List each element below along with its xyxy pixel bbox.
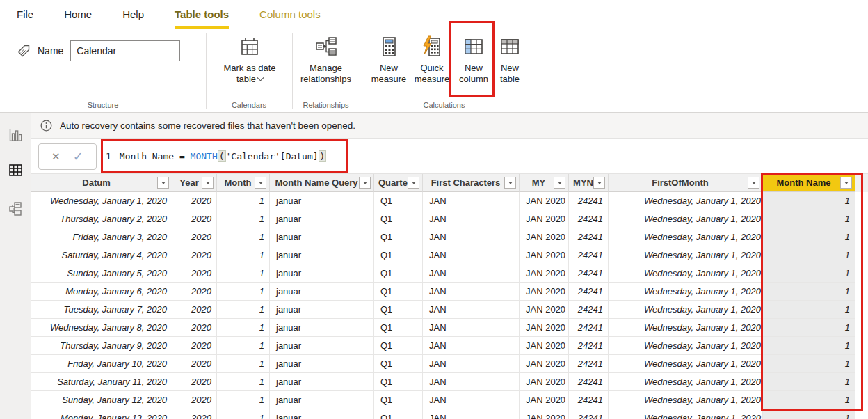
cell-year[interactable]: 2020	[172, 319, 217, 337]
table-name-input[interactable]	[70, 40, 180, 61]
cell-my[interactable]: JAN 2020	[520, 246, 569, 264]
cell-datum[interactable]: Friday, January 10, 2020	[31, 355, 172, 373]
filter-dropdown-icon[interactable]	[748, 177, 760, 189]
cell-quarter[interactable]: Q1	[374, 246, 423, 264]
cell-datum[interactable]: Thursday, January 2, 2020	[31, 210, 172, 228]
cell-my[interactable]: JAN 2020	[520, 210, 569, 228]
cell-quarter[interactable]: Q1	[374, 337, 423, 355]
cell-datum[interactable]: Sunday, January 12, 2020	[31, 391, 172, 409]
cell-firstofmonth[interactable]: Wednesday, January 1, 2020	[609, 391, 763, 409]
cell-firstofmonth[interactable]: Wednesday, January 1, 2020	[609, 192, 763, 210]
tab-file[interactable]: File	[17, 0, 33, 29]
cell-first-characters[interactable]: JAN	[423, 373, 520, 391]
cell-month-name-query[interactable]: januar	[270, 337, 374, 355]
cell-myn[interactable]: 24241	[569, 228, 609, 246]
cell-datum[interactable]: Thursday, January 9, 2020	[31, 337, 172, 355]
cell-month[interactable]: 1	[217, 264, 270, 283]
cell-month-name-query[interactable]: januar	[270, 264, 374, 283]
tab-column-tools[interactable]: Column tools	[259, 0, 321, 29]
tab-help[interactable]: Help	[122, 0, 144, 29]
cell-my[interactable]: JAN 2020	[520, 192, 569, 210]
cell-year[interactable]: 2020	[172, 246, 217, 264]
cell-my[interactable]: JAN 2020	[520, 264, 569, 283]
cell-month-name[interactable]: 1	[763, 210, 855, 228]
cell-myn[interactable]: 24241	[569, 192, 609, 210]
cell-year[interactable]: 2020	[172, 355, 217, 373]
cell-month-name-query[interactable]: januar	[270, 210, 374, 228]
column-header-month[interactable]: Month	[217, 174, 270, 192]
cell-year[interactable]: 2020	[172, 301, 217, 319]
column-header-datum[interactable]: Datum	[31, 174, 172, 192]
cell-month-name-query[interactable]: januar	[270, 283, 374, 301]
cell-firstofmonth[interactable]: Wednesday, January 1, 2020	[609, 409, 763, 419]
cell-month-name-query[interactable]: januar	[270, 373, 374, 391]
cell-firstofmonth[interactable]: Wednesday, January 1, 2020	[609, 246, 763, 264]
cell-month-name[interactable]: 1	[763, 391, 855, 409]
cell-month[interactable]: 1	[217, 319, 270, 337]
cell-first-characters[interactable]: JAN	[423, 264, 520, 283]
tab-table-tools[interactable]: Table tools	[175, 0, 229, 29]
cell-myn[interactable]: 24241	[569, 409, 609, 419]
cell-quarter[interactable]: Q1	[374, 210, 423, 228]
cell-month-name[interactable]: 1	[763, 246, 855, 264]
cell-quarter[interactable]: Q1	[374, 409, 423, 419]
cell-month[interactable]: 1	[217, 301, 270, 319]
report-view-button[interactable]	[0, 120, 31, 150]
cell-first-characters[interactable]: JAN	[423, 337, 520, 355]
cell-month[interactable]: 1	[217, 373, 270, 391]
cell-myn[interactable]: 24241	[569, 373, 609, 391]
cell-month-name-query[interactable]: januar	[270, 319, 374, 337]
cell-my[interactable]: JAN 2020	[520, 391, 569, 409]
cell-year[interactable]: 2020	[172, 283, 217, 301]
cell-month-name[interactable]: 1	[763, 301, 855, 319]
cell-firstofmonth[interactable]: Wednesday, January 1, 2020	[609, 264, 763, 283]
cell-quarter[interactable]: Q1	[374, 192, 423, 210]
tab-home[interactable]: Home	[64, 0, 92, 29]
cell-month-name-query[interactable]: januar	[270, 301, 374, 319]
cell-myn[interactable]: 24241	[569, 283, 609, 301]
cell-firstofmonth[interactable]: Wednesday, January 1, 2020	[609, 337, 763, 355]
column-header-my[interactable]: MY	[520, 174, 569, 192]
filter-dropdown-icon[interactable]	[255, 177, 266, 189]
cell-month[interactable]: 1	[217, 192, 270, 210]
cell-month[interactable]: 1	[217, 391, 270, 409]
filter-dropdown-icon[interactable]	[408, 177, 419, 189]
cell-myn[interactable]: 24241	[569, 210, 609, 228]
cell-datum[interactable]: Monday, January 13, 2020	[31, 409, 172, 419]
filter-dropdown-icon[interactable]	[359, 177, 371, 189]
cell-month-name-query[interactable]: januar	[270, 246, 374, 264]
cell-firstofmonth[interactable]: Wednesday, January 1, 2020	[609, 355, 763, 373]
cell-month-name[interactable]: 1	[763, 409, 855, 419]
filter-dropdown-icon[interactable]	[840, 177, 852, 189]
data-view-button[interactable]	[0, 155, 31, 185]
cell-month-name[interactable]: 1	[763, 264, 855, 283]
cell-month-name-query[interactable]: januar	[270, 355, 374, 373]
cell-first-characters[interactable]: JAN	[423, 283, 520, 301]
cell-myn[interactable]: 24241	[569, 337, 609, 355]
cell-year[interactable]: 2020	[172, 391, 217, 409]
quick-measure-button[interactable]: Quick measure	[410, 35, 453, 85]
cell-firstofmonth[interactable]: Wednesday, January 1, 2020	[609, 301, 763, 319]
mark-as-date-table-button[interactable]: Mark as date table	[218, 35, 282, 85]
cell-my[interactable]: JAN 2020	[520, 337, 569, 355]
new-table-button[interactable]: New table	[494, 35, 526, 85]
cell-month[interactable]: 1	[217, 283, 270, 301]
cell-first-characters[interactable]: JAN	[423, 409, 520, 419]
cell-firstofmonth[interactable]: Wednesday, January 1, 2020	[609, 319, 763, 337]
manage-relationships-button[interactable]: Manage relationships	[294, 35, 357, 85]
cell-quarter[interactable]: Q1	[374, 228, 423, 246]
cell-month-name-query[interactable]: januar	[270, 409, 374, 419]
cell-first-characters[interactable]: JAN	[423, 228, 520, 246]
cell-quarter[interactable]: Q1	[374, 373, 423, 391]
cell-month-name[interactable]: 1	[763, 192, 855, 210]
cell-month[interactable]: 1	[217, 355, 270, 373]
column-header-quarter[interactable]: Quarter	[374, 174, 423, 192]
cell-myn[interactable]: 24241	[569, 391, 609, 409]
cell-firstofmonth[interactable]: Wednesday, January 1, 2020	[609, 283, 763, 301]
cell-datum[interactable]: Tuesday, January 7, 2020	[31, 301, 172, 319]
cell-first-characters[interactable]: JAN	[423, 391, 520, 409]
cell-datum[interactable]: Friday, January 3, 2020	[31, 228, 172, 246]
cell-my[interactable]: JAN 2020	[520, 301, 569, 319]
cell-datum[interactable]: Saturday, January 11, 2020	[31, 373, 172, 391]
cell-my[interactable]: JAN 2020	[520, 409, 569, 419]
